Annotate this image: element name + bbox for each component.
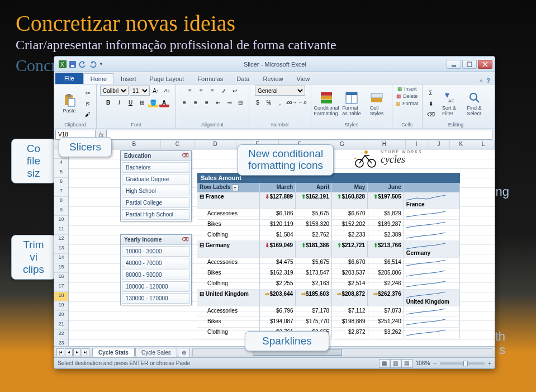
pivot-data-row[interactable]: Accessories$4,475$5,675$6,670$6,514 (197, 258, 460, 268)
slicer-clear-icon[interactable]: ⌫ (182, 153, 189, 158)
format-painter-icon[interactable]: 🖌 (83, 109, 93, 119)
conditional-formatting-button[interactable]: Conditional Formatting (315, 91, 338, 116)
pivot-table[interactable]: Sales Amount Row Labels▼ March April May… (197, 150, 460, 338)
row-header[interactable]: 4 (54, 159, 68, 168)
pivot-data-row[interactable]: Clothing$2,255$2,163$2,514$2,246 (197, 279, 460, 290)
row-header[interactable]: 15 (54, 263, 68, 273)
column-header[interactable]: D (195, 140, 237, 149)
pivot-data-row[interactable]: Bikes$194,087$175,770$198,889$251,240 (197, 317, 460, 328)
decrease-indent-icon[interactable]: ⇤ (213, 97, 223, 107)
font-color-icon[interactable]: A (159, 97, 169, 107)
underline-icon[interactable]: U (126, 97, 136, 107)
increase-font-icon[interactable]: A↑ (151, 86, 161, 96)
slicer-yearly-income[interactable]: Yearly Income⌫ 10000 - 3000040000 - 7000… (120, 234, 192, 305)
tab-home[interactable]: Home (83, 73, 114, 84)
pivot-data-row[interactable]: Clothing$1,584$2,762$2,233$2,389 (197, 230, 460, 241)
maximize-button[interactable] (462, 60, 477, 69)
tab-page-layout[interactable]: Page Layout (143, 74, 191, 84)
grid-cells[interactable]: NTURE WORKS cycles Education⌫ BachelorsG… (69, 149, 495, 346)
column-header[interactable]: I (406, 140, 428, 149)
paste-button[interactable]: Paste (58, 94, 81, 114)
font-name-select[interactable]: Calibri (100, 86, 129, 96)
zoom-slider[interactable] (440, 362, 485, 365)
slicer-item[interactable]: 10000 - 30000 (122, 246, 190, 257)
format-as-table-button[interactable]: Format as Table (340, 91, 363, 116)
column-header[interactable]: L (472, 140, 495, 149)
align-top-icon[interactable]: ≡ (185, 86, 195, 96)
horizontal-scrollbar[interactable] (192, 348, 492, 356)
new-sheet-icon[interactable]: ⊕ (178, 348, 190, 357)
tab-data[interactable]: Data (230, 74, 256, 84)
fill-icon[interactable]: ⬇ (426, 98, 436, 108)
column-header[interactable]: H (363, 140, 406, 149)
align-right-icon[interactable]: ≡ (202, 97, 212, 107)
slicer-clear-icon[interactable]: ⌫ (182, 237, 189, 242)
row-header[interactable]: 14 (54, 254, 68, 263)
close-button[interactable] (478, 60, 492, 69)
column-header[interactable]: B (108, 140, 162, 149)
zoom-level[interactable]: 106% (416, 360, 430, 366)
row-header[interactable]: 11 (54, 225, 68, 235)
format-cells-button[interactable]: ▦Format (396, 100, 419, 107)
find-select-button[interactable]: Find & Select (463, 91, 486, 116)
row-header[interactable]: 7 (54, 187, 68, 197)
tab-formulas[interactable]: Formulas (191, 74, 230, 84)
slicer-item[interactable]: Graduate Degree (122, 174, 190, 185)
first-sheet-icon[interactable]: |◂ (56, 348, 64, 356)
delete-cells-button[interactable]: ▦Delete (396, 93, 418, 100)
sheet-tab-active[interactable]: Cycle Stats (92, 348, 135, 357)
help-icon[interactable]: ? (486, 77, 490, 84)
pivot-data-row[interactable]: Bikes$120,119$153,320$152,202$189,287 (197, 220, 460, 230)
sheet-tab[interactable]: Cycle Sales (135, 348, 177, 357)
page-break-view-icon[interactable]: ▤ (401, 359, 412, 368)
slicer-item[interactable]: 130000 - 170000 (122, 293, 190, 304)
row-header[interactable]: 10 (54, 216, 68, 225)
cell-styles-button[interactable]: Cell Styles (365, 91, 388, 116)
slicer-item[interactable]: High School (122, 186, 190, 196)
orientation-icon[interactable]: ⤢ (219, 86, 229, 96)
row-header[interactable]: 17 (54, 282, 68, 292)
currency-icon[interactable]: $ (253, 97, 263, 107)
copy-icon[interactable]: ⎘ (83, 98, 93, 108)
minimize-button[interactable] (447, 60, 461, 69)
row-header[interactable]: 13 (54, 244, 68, 254)
redo-icon[interactable] (89, 60, 97, 68)
row-header[interactable]: 6 (54, 178, 68, 187)
row-header[interactable]: 8 (54, 197, 68, 206)
qat-dropdown-icon[interactable]: ▼ (99, 62, 103, 67)
autosum-icon[interactable]: Σ (426, 88, 436, 98)
last-sheet-icon[interactable]: ▸| (82, 348, 89, 356)
pivot-group-row[interactable]: ⊟ Germany⬇$169,049⬆$181,386⬆$212,721⬆$21… (197, 241, 460, 258)
tab-file[interactable]: File (55, 73, 83, 84)
save-icon[interactable] (69, 60, 77, 68)
bold-icon[interactable]: B (103, 97, 113, 107)
row-header[interactable]: 20 (54, 311, 68, 320)
slicer-item[interactable]: 40000 - 70000 (122, 258, 190, 268)
align-bottom-icon[interactable]: ≡ (207, 86, 217, 96)
slicer-item[interactable]: Partial College (122, 197, 190, 208)
align-center-icon[interactable]: ≡ (191, 97, 201, 107)
row-header[interactable]: 12 (54, 235, 68, 244)
row-header[interactable]: 19 (54, 301, 68, 311)
prev-sheet-icon[interactable]: ◂ (65, 348, 73, 356)
zoom-in-icon[interactable]: + (488, 360, 491, 366)
decrease-decimal-icon[interactable]: ←.0 (297, 97, 307, 107)
tab-review[interactable]: Review (256, 74, 290, 84)
border-icon[interactable]: ⊞ (137, 97, 147, 107)
normal-view-icon[interactable]: ▦ (379, 359, 390, 368)
pivot-group-row[interactable]: ⊟ France⬇$127,889⬆$162,191⬆$160,828⬆$197… (197, 192, 460, 209)
slicer-item[interactable]: 100000 - 120000 (122, 281, 190, 292)
row-header[interactable]: 16 (54, 273, 68, 282)
next-sheet-icon[interactable]: ▸ (73, 348, 81, 356)
cut-icon[interactable]: ✂ (83, 88, 93, 98)
merge-icon[interactable]: ⊟ (235, 97, 245, 107)
tab-view[interactable]: View (290, 74, 317, 84)
row-header[interactable]: 18 (54, 292, 68, 301)
align-middle-icon[interactable]: ≡ (196, 86, 206, 96)
row-header[interactable]: 5 (54, 168, 68, 178)
zoom-out-icon[interactable]: − (433, 360, 437, 366)
formula-bar[interactable] (106, 130, 492, 140)
row-header[interactable]: 23 (54, 339, 68, 346)
page-layout-view-icon[interactable]: ▥ (390, 359, 401, 368)
pivot-data-row[interactable]: Accessories$6,796$7,178$7,112$7,873 (197, 306, 460, 317)
